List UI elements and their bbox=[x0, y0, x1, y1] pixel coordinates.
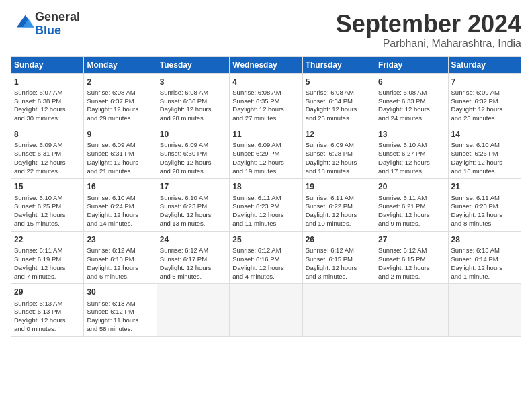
calendar-day-cell bbox=[375, 284, 448, 336]
calendar-day-cell: 21Sunrise: 6:11 AMSunset: 6:20 PMDayligh… bbox=[448, 179, 521, 231]
day-info-line: and 29 minutes. bbox=[87, 114, 153, 123]
day-info-line: Sunset: 6:14 PM bbox=[451, 255, 518, 264]
calendar-day-header: Tuesday bbox=[157, 56, 229, 73]
day-info-line: Sunset: 6:38 PM bbox=[14, 97, 81, 106]
day-info-line: and 17 minutes. bbox=[378, 167, 445, 176]
calendar-day-cell: 20Sunrise: 6:11 AMSunset: 6:21 PMDayligh… bbox=[375, 179, 448, 231]
day-number: 29 bbox=[14, 287, 81, 298]
day-info-line: and 27 minutes. bbox=[232, 114, 299, 123]
day-info-line: Sunrise: 6:09 AM bbox=[160, 141, 226, 150]
calendar-day-cell: 24Sunrise: 6:12 AMSunset: 6:17 PMDayligh… bbox=[157, 231, 229, 283]
day-info-line: Sunset: 6:15 PM bbox=[306, 255, 372, 264]
day-number: 26 bbox=[306, 234, 372, 245]
calendar-week-row: 22Sunrise: 6:11 AMSunset: 6:19 PMDayligh… bbox=[11, 231, 521, 283]
calendar-day-cell: 22Sunrise: 6:11 AMSunset: 6:19 PMDayligh… bbox=[11, 231, 84, 283]
day-info-line: Sunset: 6:37 PM bbox=[87, 97, 153, 106]
day-info-line: Sunrise: 6:13 AM bbox=[451, 246, 518, 255]
calendar-header-row: SundayMondayTuesdayWednesdayThursdayFrid… bbox=[11, 56, 521, 73]
day-info-line: Daylight: 12 hours bbox=[14, 158, 81, 167]
day-info-line: Daylight: 12 hours bbox=[14, 211, 81, 220]
day-info-line: and 7 minutes. bbox=[14, 273, 81, 281]
calendar-day-cell: 26Sunrise: 6:12 AMSunset: 6:15 PMDayligh… bbox=[302, 231, 375, 283]
calendar-day-cell: 30Sunrise: 6:13 AMSunset: 6:12 PMDayligh… bbox=[84, 284, 157, 336]
day-info-line: and 10 minutes. bbox=[306, 220, 372, 228]
day-info-line: Sunset: 6:25 PM bbox=[14, 202, 81, 211]
day-info-line: and 21 minutes. bbox=[87, 167, 153, 176]
day-info-line: Sunrise: 6:08 AM bbox=[87, 89, 153, 97]
calendar-day-cell bbox=[448, 284, 521, 336]
day-info-line: Sunset: 6:15 PM bbox=[378, 255, 445, 264]
day-info-line: and 23 minutes. bbox=[451, 114, 518, 123]
day-info-line: and 22 minutes. bbox=[14, 167, 81, 176]
calendar-day-cell: 12Sunrise: 6:09 AMSunset: 6:28 PMDayligh… bbox=[302, 126, 375, 179]
day-number: 6 bbox=[378, 77, 445, 87]
day-info-line: Sunset: 6:27 PM bbox=[378, 150, 445, 158]
day-info-line: Daylight: 12 hours bbox=[451, 211, 518, 220]
day-info-line: and 18 minutes. bbox=[306, 167, 372, 176]
day-info-line: Sunrise: 6:12 AM bbox=[87, 246, 153, 255]
day-info-line: and 13 minutes. bbox=[160, 220, 226, 228]
calendar-day-cell: 15Sunrise: 6:10 AMSunset: 6:25 PMDayligh… bbox=[11, 179, 84, 231]
calendar-day-header: Saturday bbox=[448, 56, 521, 73]
day-info-line: Sunset: 6:20 PM bbox=[451, 202, 518, 211]
day-info-line: Sunset: 6:33 PM bbox=[378, 97, 445, 106]
day-info-line: Daylight: 12 hours bbox=[14, 264, 81, 273]
calendar-day-cell: 6Sunrise: 6:08 AMSunset: 6:33 PMDaylight… bbox=[375, 73, 448, 126]
day-info-line: Daylight: 12 hours bbox=[451, 264, 518, 273]
day-info-line: Daylight: 12 hours bbox=[87, 264, 153, 273]
day-number: 2 bbox=[87, 77, 153, 87]
day-info-line: and 9 minutes. bbox=[378, 220, 445, 228]
day-number: 28 bbox=[451, 234, 518, 245]
day-info-line: and 4 minutes. bbox=[232, 273, 299, 281]
day-info-line: Sunset: 6:31 PM bbox=[87, 150, 153, 158]
calendar-day-cell: 2Sunrise: 6:08 AMSunset: 6:37 PMDaylight… bbox=[84, 73, 157, 126]
logo-blue-text: Blue bbox=[35, 24, 61, 37]
calendar-day-cell: 10Sunrise: 6:09 AMSunset: 6:30 PMDayligh… bbox=[157, 126, 229, 179]
day-info-line: Sunset: 6:29 PM bbox=[232, 150, 299, 158]
day-info-line: Daylight: 12 hours bbox=[87, 158, 153, 167]
calendar-day-cell bbox=[302, 284, 375, 336]
day-info-line: Sunset: 6:12 PM bbox=[87, 308, 153, 316]
calendar-day-cell bbox=[157, 284, 229, 336]
location: Parbhani, Maharashtra, India bbox=[336, 38, 521, 50]
day-info-line: Sunrise: 6:11 AM bbox=[232, 194, 299, 203]
day-info-line: and 14 minutes. bbox=[87, 220, 153, 228]
day-info-line: Sunset: 6:36 PM bbox=[160, 97, 226, 106]
day-info-line: Sunrise: 6:11 AM bbox=[14, 246, 81, 255]
day-info-line: Daylight: 11 hours bbox=[87, 316, 153, 325]
calendar-day-cell: 1Sunrise: 6:07 AMSunset: 6:38 PMDaylight… bbox=[11, 73, 84, 126]
calendar-day-cell: 14Sunrise: 6:10 AMSunset: 6:26 PMDayligh… bbox=[448, 126, 521, 179]
calendar-day-cell: 25Sunrise: 6:12 AMSunset: 6:16 PMDayligh… bbox=[230, 231, 302, 283]
day-info-line: and 24 minutes. bbox=[378, 114, 445, 123]
day-number: 15 bbox=[14, 181, 81, 192]
day-info-line: Sunset: 6:34 PM bbox=[306, 97, 372, 106]
day-info-line: Sunset: 6:32 PM bbox=[451, 97, 518, 106]
day-number: 14 bbox=[451, 129, 518, 140]
day-info-line: and 3 minutes. bbox=[306, 273, 372, 281]
day-info-line: Sunrise: 6:12 AM bbox=[378, 246, 445, 255]
day-info-line: and 25 minutes. bbox=[306, 114, 372, 123]
day-info-line: Sunrise: 6:10 AM bbox=[378, 141, 445, 150]
day-info-line: Sunrise: 6:12 AM bbox=[232, 246, 299, 255]
day-info-line: Daylight: 12 hours bbox=[306, 264, 372, 273]
day-number: 18 bbox=[232, 181, 299, 192]
day-info-line: and 0 minutes. bbox=[14, 325, 81, 334]
day-info-line: and 58 minutes. bbox=[87, 325, 153, 334]
day-number: 17 bbox=[160, 181, 226, 192]
day-info-line: Sunrise: 6:08 AM bbox=[232, 89, 299, 97]
day-info-line: Daylight: 12 hours bbox=[232, 105, 299, 114]
day-info-line: Sunrise: 6:11 AM bbox=[378, 194, 445, 203]
day-info-line: Sunrise: 6:07 AM bbox=[14, 89, 81, 97]
logo: General Blue bbox=[11, 11, 80, 38]
day-number: 5 bbox=[306, 77, 372, 87]
day-number: 11 bbox=[232, 129, 299, 140]
day-number: 7 bbox=[451, 77, 518, 87]
day-number: 9 bbox=[87, 129, 153, 140]
day-info-line: Sunrise: 6:11 AM bbox=[451, 194, 518, 203]
day-info-line: Sunset: 6:22 PM bbox=[306, 202, 372, 211]
day-info-line: Sunset: 6:31 PM bbox=[14, 150, 81, 158]
day-number: 1 bbox=[14, 77, 81, 87]
calendar-day-cell: 28Sunrise: 6:13 AMSunset: 6:14 PMDayligh… bbox=[448, 231, 521, 283]
day-number: 12 bbox=[306, 129, 372, 140]
page: General Blue September 2024 Parbhani, Ma… bbox=[0, 0, 532, 411]
